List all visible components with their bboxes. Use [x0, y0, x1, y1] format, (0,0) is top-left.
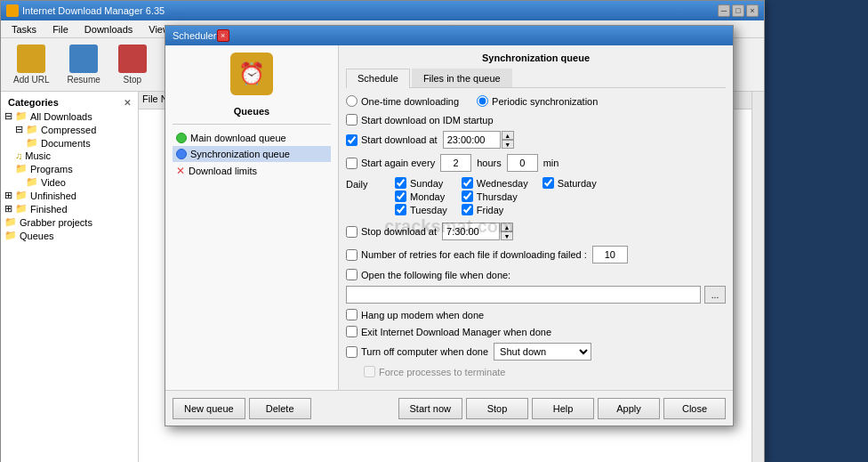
- footer-right-buttons: Start now Stop Help Apply Close: [398, 398, 726, 419]
- stop-at-spin-down[interactable]: ▼: [501, 231, 513, 240]
- toolbar-add-url[interactable]: Add URL: [8, 41, 55, 88]
- start-again-label[interactable]: Start again every: [346, 158, 435, 169]
- tab-files-in-queue[interactable]: Files in the queue: [412, 69, 512, 87]
- start-on-startup-label[interactable]: Start download on IDM startup: [346, 114, 494, 126]
- start-again-mins-input[interactable]: [507, 154, 538, 172]
- start-again-hours-input[interactable]: [440, 154, 471, 172]
- menu-downloads[interactable]: Downloads: [77, 22, 140, 36]
- stop-at-label[interactable]: Stop download at: [346, 226, 437, 238]
- start-now-button[interactable]: Start now: [398, 398, 462, 419]
- days-col-1: Sunday Monday Tuesday: [395, 177, 447, 215]
- sidebar-item-music[interactable]: ♫ Music: [4, 150, 134, 162]
- start-at-spin-up[interactable]: ▲: [502, 131, 514, 140]
- day-wednesday-checkbox[interactable]: [462, 177, 473, 189]
- queue-item-sync[interactable]: Synchronization queue: [173, 146, 331, 162]
- day-sunday[interactable]: Sunday: [395, 177, 447, 189]
- retries-label[interactable]: Number of retries for each file if downl…: [346, 249, 587, 261]
- folder-icon: 📁: [15, 110, 28, 122]
- force-processes-checkbox[interactable]: [364, 366, 375, 377]
- stop-at-spin-up[interactable]: ▲: [501, 223, 513, 231]
- radio-one-time-input[interactable]: [346, 95, 358, 107]
- start-at-spin-down[interactable]: ▼: [502, 140, 514, 149]
- exit-idm-checkbox[interactable]: [346, 326, 358, 337]
- tab-schedule[interactable]: Schedule: [346, 69, 410, 88]
- radio-periodic[interactable]: Periodic synchronization: [477, 95, 598, 107]
- idm-maximize-btn[interactable]: □: [732, 4, 744, 17]
- stop-button[interactable]: Stop: [466, 398, 528, 419]
- hang-up-checkbox[interactable]: [346, 309, 358, 320]
- option-open-file: Open the following file when done:: [346, 269, 726, 280]
- day-friday[interactable]: Friday: [462, 204, 528, 215]
- day-wednesday[interactable]: Wednesday: [462, 177, 528, 189]
- exit-idm-label[interactable]: Exit Internet Download Manager when done: [346, 326, 551, 337]
- new-queue-button[interactable]: New queue: [173, 398, 245, 419]
- force-processes-label: Force processes to terminate: [346, 366, 505, 377]
- toolbar-resume[interactable]: Resume: [62, 41, 106, 88]
- idm-scrollbar[interactable]: [751, 92, 764, 462]
- help-button[interactable]: Help: [532, 398, 594, 419]
- delete-button[interactable]: Delete: [249, 398, 311, 419]
- day-wednesday-label: Wednesday: [477, 178, 528, 189]
- start-on-startup-checkbox[interactable]: [346, 114, 358, 126]
- day-sunday-checkbox[interactable]: [395, 177, 406, 189]
- retries-checkbox[interactable]: [346, 249, 358, 261]
- radio-group-download-type: One-time downloading Periodic synchroniz…: [346, 95, 726, 107]
- folder-icon-video: 📁: [26, 176, 38, 188]
- turn-off-checkbox[interactable]: [346, 346, 358, 358]
- sidebar-item-programs[interactable]: 📁 Programs: [4, 162, 134, 175]
- day-saturday-checkbox[interactable]: [542, 177, 554, 189]
- stop-at-checkbox[interactable]: [346, 226, 358, 238]
- turn-off-label[interactable]: Turn off computer when done: [346, 346, 488, 358]
- day-friday-checkbox[interactable]: [462, 204, 473, 215]
- start-at-checkbox[interactable]: [346, 134, 358, 146]
- day-tuesday[interactable]: Tuesday: [395, 204, 447, 215]
- idm-minimize-btn[interactable]: ─: [718, 4, 730, 17]
- sidebar-item-finished[interactable]: ⊞ 📁 Finished: [4, 202, 134, 215]
- stop-at-time-input[interactable]: [442, 223, 500, 240]
- sidebar-item-compressed[interactable]: ⊟ 📁 Compressed: [4, 123, 134, 136]
- hours-label: hours: [477, 158, 502, 168]
- hang-up-label[interactable]: Hang up modem when done: [346, 309, 484, 320]
- scheduler-close-btn[interactable]: ×: [217, 29, 229, 42]
- start-again-checkbox[interactable]: [346, 158, 358, 169]
- day-saturday[interactable]: Saturday: [542, 177, 597, 189]
- sidebar-item-documents[interactable]: 📁 Documents: [4, 136, 134, 150]
- start-at-label[interactable]: Start download at: [346, 134, 438, 146]
- day-monday[interactable]: Monday: [395, 190, 447, 202]
- open-file-label[interactable]: Open the following file when done:: [346, 269, 510, 280]
- open-file-checkbox[interactable]: [346, 269, 358, 280]
- sidebar-close-btn[interactable]: ✕: [124, 98, 131, 108]
- sidebar-header: Categories ✕: [4, 95, 134, 109]
- option-start-at: Start download at ▲ ▼: [346, 131, 726, 149]
- browse-button[interactable]: ...: [704, 286, 726, 304]
- queue-item-limits[interactable]: ✕ Download limits: [173, 162, 331, 180]
- day-thursday-checkbox[interactable]: [462, 190, 473, 202]
- sidebar-item-unfinished[interactable]: ⊞ 📁 Unfinished: [4, 189, 134, 202]
- file-path-input[interactable]: [346, 286, 701, 304]
- menu-file[interactable]: File: [45, 22, 76, 36]
- sidebar-item-queues[interactable]: 📁 Queues: [4, 229, 134, 242]
- option-turn-off: Turn off computer when done Shut down Hi…: [346, 343, 726, 361]
- radio-one-time[interactable]: One-time downloading: [346, 95, 459, 107]
- idm-close-btn[interactable]: ×: [746, 4, 759, 17]
- sidebar-item-all-downloads[interactable]: ⊟ 📁 All Downloads: [4, 109, 134, 123]
- close-button[interactable]: Close: [663, 398, 726, 419]
- sidebar-item-grabber[interactable]: 📁 Grabber projects: [4, 215, 134, 229]
- day-saturday-label: Saturday: [558, 178, 597, 189]
- shutdown-select[interactable]: Shut down Hibernate Sleep Log off: [494, 343, 591, 361]
- menu-tasks[interactable]: Tasks: [4, 22, 44, 36]
- day-tuesday-checkbox[interactable]: [395, 204, 406, 215]
- radio-periodic-input[interactable]: [477, 95, 488, 107]
- exit-idm-text: Exit Internet Download Manager when done: [361, 327, 551, 337]
- toolbar-stop[interactable]: Stop: [113, 41, 152, 88]
- queue-item-main[interactable]: Main download queue: [173, 130, 331, 146]
- sidebar-item-video[interactable]: 📁 Video: [4, 175, 134, 189]
- retries-value-input[interactable]: [592, 246, 628, 263]
- queue-label-limits: Download limits: [189, 166, 257, 176]
- expand-icon-unfinished: ⊞: [4, 190, 12, 201]
- day-monday-checkbox[interactable]: [395, 190, 406, 202]
- day-thursday[interactable]: Thursday: [462, 190, 528, 202]
- apply-button[interactable]: Apply: [598, 398, 660, 419]
- scheduler-titlebar: Scheduler ×: [165, 26, 733, 45]
- start-at-time-input[interactable]: [443, 131, 501, 149]
